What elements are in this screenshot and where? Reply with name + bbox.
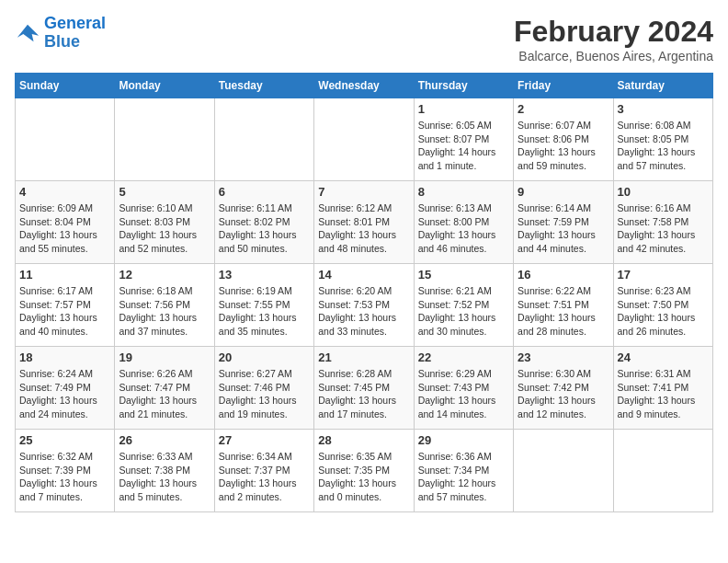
day-info: Sunrise: 6:33 AM Sunset: 7:38 PM Dayligh… [119, 450, 210, 504]
calendar-cell: 25Sunrise: 6:32 AM Sunset: 7:39 PM Dayli… [16, 430, 115, 512]
day-info: Sunrise: 6:13 AM Sunset: 8:00 PM Dayligh… [418, 201, 509, 256]
day-number: 17 [618, 268, 709, 282]
calendar-cell: 28Sunrise: 6:35 AM Sunset: 7:35 PM Dayli… [314, 430, 414, 512]
day-info: Sunrise: 6:34 AM Sunset: 7:37 PM Dayligh… [219, 450, 310, 504]
day-number: 6 [219, 185, 310, 199]
calendar-cell [314, 98, 414, 181]
day-number: 15 [418, 268, 509, 282]
calendar-cell: 23Sunrise: 6:30 AM Sunset: 7:42 PM Dayli… [514, 347, 613, 430]
logo-line2: Blue [44, 32, 80, 51]
day-number: 28 [318, 433, 409, 447]
weekday-header-friday: Friday [514, 74, 613, 98]
day-info: Sunrise: 6:07 AM Sunset: 8:06 PM Dayligh… [518, 119, 609, 173]
week-row-1: 1Sunrise: 6:05 AM Sunset: 8:07 PM Daylig… [16, 98, 713, 181]
calendar-cell: 14Sunrise: 6:20 AM Sunset: 7:53 PM Dayli… [314, 264, 414, 347]
day-number: 14 [318, 268, 409, 282]
day-info: Sunrise: 6:30 AM Sunset: 7:42 PM Dayligh… [518, 367, 609, 421]
weekday-header-tuesday: Tuesday [214, 74, 313, 98]
day-info: Sunrise: 6:23 AM Sunset: 7:50 PM Dayligh… [618, 284, 709, 339]
day-number: 18 [19, 350, 110, 364]
logo-line1: General [44, 14, 106, 32]
day-number: 29 [418, 433, 509, 447]
calendar-cell: 11Sunrise: 6:17 AM Sunset: 7:57 PM Dayli… [16, 264, 115, 347]
calendar-cell: 12Sunrise: 6:18 AM Sunset: 7:56 PM Dayli… [115, 264, 214, 347]
day-info: Sunrise: 6:29 AM Sunset: 7:43 PM Dayligh… [418, 367, 509, 421]
day-info: Sunrise: 6:09 AM Sunset: 8:04 PM Dayligh… [19, 201, 110, 256]
day-info: Sunrise: 6:28 AM Sunset: 7:45 PM Dayligh… [318, 367, 409, 421]
calendar-cell [613, 430, 712, 512]
day-number: 4 [19, 185, 110, 199]
week-row-3: 11Sunrise: 6:17 AM Sunset: 7:57 PM Dayli… [16, 264, 713, 347]
day-number: 26 [119, 433, 210, 447]
calendar-cell: 19Sunrise: 6:26 AM Sunset: 7:47 PM Dayli… [115, 347, 214, 430]
day-number: 5 [119, 185, 210, 199]
calendar-cell: 29Sunrise: 6:36 AM Sunset: 7:34 PM Dayli… [414, 430, 513, 512]
calendar-cell: 21Sunrise: 6:28 AM Sunset: 7:45 PM Dayli… [314, 347, 414, 430]
day-number: 13 [219, 268, 310, 282]
logo-bird-icon [15, 20, 40, 46]
page-header: General Blue February 2024 Balcarce, Bue… [15, 15, 713, 63]
day-info: Sunrise: 6:36 AM Sunset: 7:34 PM Dayligh… [418, 450, 509, 504]
day-info: Sunrise: 6:26 AM Sunset: 7:47 PM Dayligh… [119, 367, 210, 421]
week-row-5: 25Sunrise: 6:32 AM Sunset: 7:39 PM Dayli… [16, 430, 713, 512]
calendar-cell: 22Sunrise: 6:29 AM Sunset: 7:43 PM Dayli… [414, 347, 513, 430]
day-number: 1 [418, 102, 509, 116]
calendar-cell: 20Sunrise: 6:27 AM Sunset: 7:46 PM Dayli… [214, 347, 313, 430]
calendar-cell: 10Sunrise: 6:16 AM Sunset: 7:58 PM Dayli… [613, 181, 712, 264]
day-info: Sunrise: 6:18 AM Sunset: 7:56 PM Dayligh… [119, 284, 210, 339]
calendar-cell: 17Sunrise: 6:23 AM Sunset: 7:50 PM Dayli… [613, 264, 712, 347]
title-block: February 2024 Balcarce, Buenos Aires, Ar… [514, 15, 713, 63]
month-year: February 2024 [514, 15, 713, 49]
day-number: 25 [19, 433, 110, 447]
calendar-cell: 26Sunrise: 6:33 AM Sunset: 7:38 PM Dayli… [115, 430, 214, 512]
day-info: Sunrise: 6:19 AM Sunset: 7:55 PM Dayligh… [219, 284, 310, 339]
day-number: 10 [618, 185, 709, 199]
day-info: Sunrise: 6:10 AM Sunset: 8:03 PM Dayligh… [119, 201, 210, 256]
svg-marker-0 [17, 24, 39, 41]
day-info: Sunrise: 6:05 AM Sunset: 8:07 PM Dayligh… [418, 119, 509, 173]
week-row-2: 4Sunrise: 6:09 AM Sunset: 8:04 PM Daylig… [16, 181, 713, 264]
calendar-cell: 8Sunrise: 6:13 AM Sunset: 8:00 PM Daylig… [414, 181, 513, 264]
day-number: 3 [618, 102, 709, 116]
day-info: Sunrise: 6:08 AM Sunset: 8:05 PM Dayligh… [618, 119, 709, 173]
calendar-cell [16, 98, 115, 181]
calendar-cell [514, 430, 613, 512]
day-info: Sunrise: 6:14 AM Sunset: 7:59 PM Dayligh… [518, 201, 609, 256]
calendar-cell [214, 98, 313, 181]
day-info: Sunrise: 6:24 AM Sunset: 7:49 PM Dayligh… [19, 367, 110, 421]
calendar-cell: 18Sunrise: 6:24 AM Sunset: 7:49 PM Dayli… [16, 347, 115, 430]
day-info: Sunrise: 6:27 AM Sunset: 7:46 PM Dayligh… [219, 367, 310, 421]
weekday-header-sunday: Sunday [16, 74, 115, 98]
day-info: Sunrise: 6:12 AM Sunset: 8:01 PM Dayligh… [318, 201, 409, 256]
day-info: Sunrise: 6:16 AM Sunset: 7:58 PM Dayligh… [618, 201, 709, 256]
day-info: Sunrise: 6:21 AM Sunset: 7:52 PM Dayligh… [418, 284, 509, 339]
day-info: Sunrise: 6:32 AM Sunset: 7:39 PM Dayligh… [19, 450, 110, 504]
weekday-header-thursday: Thursday [414, 74, 513, 98]
calendar-cell: 6Sunrise: 6:11 AM Sunset: 8:02 PM Daylig… [214, 181, 313, 264]
weekday-header-wednesday: Wednesday [314, 74, 414, 98]
day-info: Sunrise: 6:31 AM Sunset: 7:41 PM Dayligh… [618, 367, 709, 421]
day-info: Sunrise: 6:11 AM Sunset: 8:02 PM Dayligh… [219, 201, 310, 256]
weekday-header-saturday: Saturday [613, 74, 712, 98]
day-number: 21 [318, 350, 409, 364]
calendar-cell: 3Sunrise: 6:08 AM Sunset: 8:05 PM Daylig… [613, 98, 712, 181]
day-number: 7 [318, 185, 409, 199]
day-number: 24 [618, 350, 709, 364]
day-number: 2 [518, 102, 609, 116]
day-number: 20 [219, 350, 310, 364]
calendar-cell: 4Sunrise: 6:09 AM Sunset: 8:04 PM Daylig… [16, 181, 115, 264]
calendar-cell: 13Sunrise: 6:19 AM Sunset: 7:55 PM Dayli… [214, 264, 313, 347]
day-number: 23 [518, 350, 609, 364]
day-number: 22 [418, 350, 509, 364]
day-info: Sunrise: 6:20 AM Sunset: 7:53 PM Dayligh… [318, 284, 409, 339]
day-info: Sunrise: 6:22 AM Sunset: 7:51 PM Dayligh… [518, 284, 609, 339]
calendar-cell: 2Sunrise: 6:07 AM Sunset: 8:06 PM Daylig… [514, 98, 613, 181]
day-info: Sunrise: 6:17 AM Sunset: 7:57 PM Dayligh… [19, 284, 110, 339]
calendar-cell: 16Sunrise: 6:22 AM Sunset: 7:51 PM Dayli… [514, 264, 613, 347]
calendar-cell: 24Sunrise: 6:31 AM Sunset: 7:41 PM Dayli… [613, 347, 712, 430]
weekday-header-row: SundayMondayTuesdayWednesdayThursdayFrid… [16, 74, 713, 98]
day-number: 27 [219, 433, 310, 447]
calendar-cell: 1Sunrise: 6:05 AM Sunset: 8:07 PM Daylig… [414, 98, 513, 181]
calendar-cell: 7Sunrise: 6:12 AM Sunset: 8:01 PM Daylig… [314, 181, 414, 264]
calendar-cell: 5Sunrise: 6:10 AM Sunset: 8:03 PM Daylig… [115, 181, 214, 264]
